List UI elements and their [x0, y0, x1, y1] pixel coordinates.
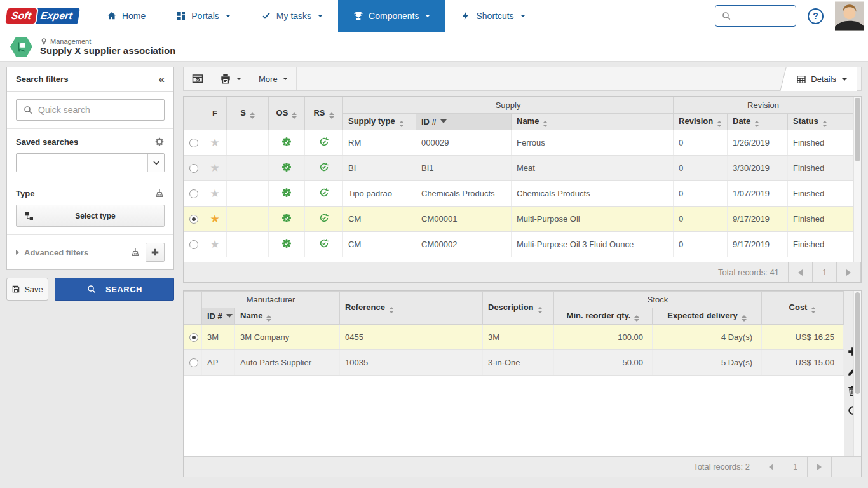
- nav-item-my-tasks[interactable]: My tasks: [246, 0, 338, 32]
- supply-row[interactable]: CM CM00002 Multi-Purpose Oil 3 Fluid Oun…: [184, 232, 853, 257]
- next-page-button[interactable]: [808, 457, 832, 477]
- cell-select: [184, 156, 203, 181]
- select-type-button[interactable]: Select type: [16, 205, 165, 227]
- col-min-reorder-qty[interactable]: Min. reorder qty.: [554, 308, 653, 325]
- view-record-icon: [192, 73, 203, 85]
- expand-arrow-icon: [16, 250, 19, 255]
- clear-advanced-filters-button[interactable]: [130, 247, 140, 257]
- scrollbar-thumb[interactable]: [855, 98, 860, 161]
- total-records-label: Total records: 2: [693, 462, 750, 471]
- quick-search-input[interactable]: [38, 105, 158, 115]
- supply-row-selected[interactable]: CM CM00001 Multi-Purpose Oil 0 9/17/2019…: [184, 207, 853, 232]
- nav-item-components[interactable]: Components: [338, 0, 445, 32]
- saved-searches-settings-button[interactable]: [154, 137, 165, 147]
- cell-id: Chemicals Products: [416, 181, 512, 207]
- save-search-button[interactable]: Save: [6, 278, 48, 301]
- handtruck-icon: [16, 41, 27, 53]
- nav-item-portals[interactable]: Portals: [161, 0, 246, 32]
- row-radio-checked[interactable]: [189, 215, 198, 224]
- cell-rs: [305, 207, 343, 232]
- col-id[interactable]: ID #: [416, 114, 512, 130]
- cell-supply-type: Tipo padrão: [343, 181, 416, 207]
- row-radio[interactable]: [189, 139, 198, 147]
- select-dropdown-button[interactable]: [147, 154, 164, 172]
- cell-id: 000029: [416, 130, 512, 156]
- supply-row[interactable]: Tipo padrão Chemicals Products Chemicals…: [184, 181, 853, 207]
- col-description[interactable]: Description: [483, 292, 554, 325]
- user-avatar[interactable]: [835, 1, 864, 32]
- nav-item-shortcuts[interactable]: Shortcuts: [445, 0, 540, 32]
- col-supply-type[interactable]: Supply type: [343, 114, 416, 130]
- cell-revision: 0: [674, 156, 728, 181]
- logo-soft-text: Soft: [5, 8, 37, 24]
- supply-row[interactable]: BI BI1 Meat 0 3/30/2019 Finished: [184, 156, 853, 181]
- cell-rs: [305, 130, 343, 156]
- prev-page-button[interactable]: [759, 457, 783, 477]
- next-page-button[interactable]: [837, 262, 861, 282]
- current-page[interactable]: 1: [783, 457, 808, 477]
- col-date[interactable]: Date: [728, 114, 788, 130]
- cell-id: CM00001: [416, 207, 512, 232]
- details-view-button[interactable]: Details: [789, 67, 857, 91]
- vertical-scrollbar[interactable]: [853, 291, 861, 456]
- add-advanced-filter-button[interactable]: [146, 243, 165, 262]
- more-menu-button[interactable]: More: [250, 67, 296, 90]
- saved-search-value: [17, 154, 147, 172]
- print-button[interactable]: [212, 67, 250, 90]
- chevron-down-icon: [283, 78, 288, 80]
- col-cost[interactable]: Cost: [762, 292, 844, 325]
- collapse-sidebar-button[interactable]: «: [159, 73, 165, 86]
- cell-supply-type: RM: [343, 130, 416, 156]
- supplier-row-selected[interactable]: 3M 3M Company 0455 3M 100.00 4 Day(s) US…: [184, 325, 844, 350]
- cell-date: 1/26/2019: [728, 130, 788, 156]
- favorite-star-icon[interactable]: [210, 137, 219, 149]
- clear-type-filter-button[interactable]: [154, 188, 165, 198]
- col-os[interactable]: OS: [269, 97, 305, 130]
- cell-rs: [305, 156, 343, 181]
- supplier-table: Manufacturer Reference Description Stock…: [184, 291, 844, 376]
- col-status[interactable]: Status: [788, 114, 853, 130]
- scrollbar-thumb[interactable]: [855, 292, 860, 394]
- sort-icon: [250, 112, 255, 119]
- favorite-star-icon[interactable]: [210, 162, 219, 174]
- cell-name: Multi-Purpose Oil: [512, 207, 674, 232]
- col-reference[interactable]: Reference: [340, 292, 483, 325]
- row-radio[interactable]: [189, 358, 198, 367]
- col-revision[interactable]: Revision: [674, 114, 728, 130]
- search-button[interactable]: SEARCH: [55, 278, 174, 301]
- advanced-filters-toggle[interactable]: Advanced filters: [24, 248, 125, 257]
- help-button[interactable]: ?: [808, 8, 824, 24]
- col-expected-delivery[interactable]: Expected delivery: [653, 308, 762, 325]
- cell-s: [227, 130, 269, 156]
- row-radio[interactable]: [189, 164, 198, 173]
- row-radio[interactable]: [189, 240, 198, 249]
- supply-row[interactable]: RM 000029 Ferrous 0 1/26/2019 Finished: [184, 130, 853, 156]
- favorite-star-icon-active[interactable]: [210, 213, 219, 225]
- col-name[interactable]: Name: [512, 114, 674, 130]
- supply-grid-footer: Total records: 41 1: [184, 262, 861, 282]
- col-favorite[interactable]: F: [203, 97, 227, 130]
- col-s[interactable]: S: [227, 97, 269, 130]
- favorite-star-icon[interactable]: [210, 238, 219, 250]
- nav-item-home[interactable]: Home: [92, 0, 161, 32]
- row-radio[interactable]: [189, 189, 198, 198]
- current-page[interactable]: 1: [813, 262, 837, 282]
- favorite-star-icon[interactable]: [210, 187, 219, 200]
- row-radio-checked[interactable]: [189, 333, 198, 342]
- view-record-button[interactable]: [184, 67, 212, 90]
- prev-page-button[interactable]: [789, 262, 813, 282]
- col-manufacturer-id[interactable]: ID #: [202, 308, 235, 325]
- saved-search-select[interactable]: [16, 153, 165, 172]
- more-label: More: [259, 74, 278, 84]
- chevron-down-icon: [425, 15, 430, 17]
- cell-manufacturer-name: 3M Company: [235, 325, 340, 350]
- softexpert-logo[interactable]: Soft Expert: [6, 0, 79, 32]
- group-revision: Revision: [674, 97, 853, 114]
- sort-icon: [742, 315, 747, 322]
- global-search-input[interactable]: [736, 11, 790, 21]
- col-manufacturer-name[interactable]: Name: [235, 308, 340, 325]
- supplier-row[interactable]: AP Auto Parts Supplier 10035 3-in-One 50…: [184, 350, 844, 376]
- vertical-scrollbar[interactable]: [853, 97, 861, 262]
- col-rs[interactable]: RS: [305, 97, 343, 130]
- cell-os: [269, 232, 305, 257]
